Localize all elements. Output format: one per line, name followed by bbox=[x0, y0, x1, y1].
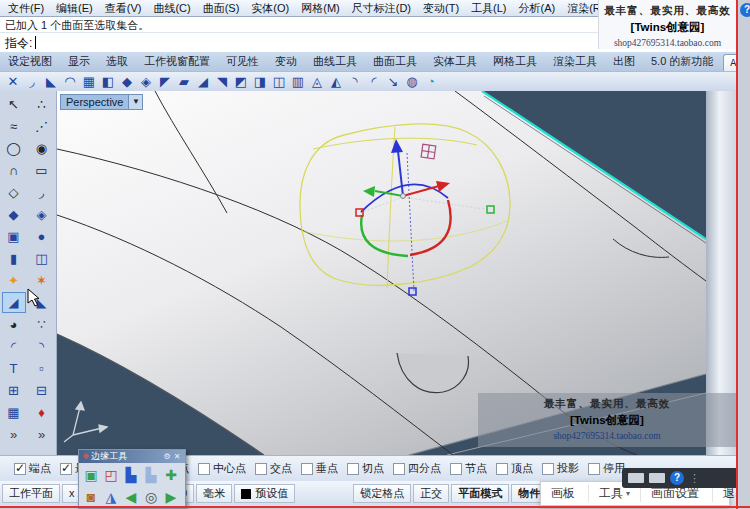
cylinder-tool-icon[interactable]: ▮ bbox=[2, 248, 26, 269]
expand-more-icon[interactable]: » bbox=[2, 424, 26, 445]
shape-tool-icon[interactable]: ◫ bbox=[271, 73, 287, 90]
osnap-checkbox[interactable] bbox=[14, 463, 26, 475]
shape-tool-icon[interactable]: ◞ bbox=[24, 73, 40, 90]
viewport-title-bar[interactable]: Perspective ▼ bbox=[60, 94, 143, 110]
gumball-origin[interactable] bbox=[401, 194, 406, 199]
surface-corner-tool-icon[interactable]: ◈ bbox=[30, 204, 54, 225]
tab-surface-tools[interactable]: 曲面工具 bbox=[367, 52, 427, 71]
rebuild-edges-icon[interactable]: ◮ bbox=[101, 486, 121, 508]
recorder-help-icon[interactable]: ? bbox=[670, 471, 684, 485]
box-tool-icon[interactable]: ▣ bbox=[2, 226, 26, 247]
show-naked-edges-icon[interactable]: ◰ bbox=[101, 464, 121, 486]
menu-dimension[interactable]: 尺寸标注(D) bbox=[346, 1, 417, 16]
recorder-help-icon-top[interactable]: ? bbox=[740, 3, 750, 17]
shape-tool-icon[interactable]: ◜ bbox=[366, 73, 382, 90]
boolean-union-icon[interactable]: ✦ bbox=[2, 270, 26, 291]
curve-tool-icon[interactable]: ≈ bbox=[2, 116, 26, 137]
shape-tool-icon[interactable]: ✕ bbox=[5, 73, 21, 90]
osnap-intersection[interactable]: 交点 bbox=[255, 461, 292, 476]
shape-tool-icon[interactable]: ▰ bbox=[176, 73, 192, 90]
rectangle-tool-icon[interactable]: ▭ bbox=[30, 160, 54, 181]
merge-edge-icon[interactable]: ▙ bbox=[141, 464, 161, 486]
grid-snap-toggle[interactable]: 锁定格点 bbox=[353, 484, 411, 503]
adjust-curve-icon[interactable]: ◝ bbox=[30, 336, 54, 357]
osnap-checkbox[interactable] bbox=[496, 463, 508, 475]
shape-tool-icon[interactable]: ◣ bbox=[43, 73, 59, 90]
next-edge-icon[interactable]: ▶ bbox=[161, 486, 181, 508]
osnap-checkbox[interactable] bbox=[60, 463, 72, 475]
tab-set-view[interactable]: 设定视图 bbox=[2, 52, 62, 71]
select-tool-icon[interactable]: ↖ bbox=[2, 94, 26, 115]
group-tool-icon[interactable]: ⊞ bbox=[2, 380, 26, 401]
menu-view[interactable]: 查看(V) bbox=[99, 1, 148, 16]
menu-surface[interactable]: 曲面(S) bbox=[197, 1, 246, 16]
shape-tool-icon[interactable]: ◝ bbox=[347, 73, 363, 90]
tab-v5-new[interactable]: 5.0 的新功能 bbox=[645, 52, 723, 71]
layout-grid-icon[interactable]: ▦ bbox=[2, 402, 26, 423]
polygon-tool-icon[interactable]: ◇ bbox=[2, 182, 26, 203]
viewport-dropdown-icon[interactable]: ▼ bbox=[129, 94, 143, 110]
shape-tool-icon[interactable]: ◆ bbox=[119, 73, 135, 90]
menu-transform[interactable]: 变动(T) bbox=[417, 1, 465, 16]
osnap-disable[interactable]: 停用 bbox=[588, 461, 625, 476]
edge-analysis-icon[interactable]: ◎ bbox=[141, 486, 161, 508]
osnap-checkbox[interactable] bbox=[347, 463, 359, 475]
solid-edit-tool-icon[interactable]: ◫ bbox=[30, 248, 54, 269]
shape-tool-icon[interactable]: ◤ bbox=[157, 73, 173, 90]
untrim-icon[interactable]: ◙ bbox=[81, 486, 101, 508]
planar-toggle[interactable]: 平面模式 bbox=[451, 484, 509, 503]
point-tool-icon[interactable]: ∴ bbox=[30, 94, 54, 115]
osnap-knot[interactable]: 节点 bbox=[450, 461, 487, 476]
shape-tool-icon[interactable]: ◠ bbox=[62, 73, 78, 90]
osnap-checkbox[interactable] bbox=[301, 463, 313, 475]
shape-tool-icon[interactable]: ◍ bbox=[404, 73, 420, 90]
tab-viewport-layout[interactable]: 工作视窗配置 bbox=[138, 52, 220, 71]
shape-tool-icon[interactable]: ◩ bbox=[233, 73, 249, 90]
osnap-end[interactable]: 端点 bbox=[14, 461, 51, 476]
point-cloud-icon[interactable]: ∵ bbox=[30, 314, 54, 335]
shape-tool-icon[interactable]: ▦ bbox=[81, 73, 97, 90]
menu-analyze[interactable]: 分析(A) bbox=[513, 1, 562, 16]
shape-tool-icon[interactable]: ◢ bbox=[195, 73, 211, 90]
sphere-tool-icon[interactable]: ● bbox=[30, 226, 54, 247]
arc-tool-icon[interactable]: ∩ bbox=[2, 160, 26, 181]
shape-tool-icon[interactable]: ◭ bbox=[328, 73, 344, 90]
tab-solid-tools[interactable]: 实体工具 bbox=[427, 52, 487, 71]
shape-tool-icon[interactable]: ◬ bbox=[309, 73, 325, 90]
menu-edit[interactable]: 编辑(E) bbox=[50, 1, 99, 16]
curvature-analysis-icon[interactable]: ◕ bbox=[2, 314, 26, 335]
show-edges-icon[interactable]: ▣ bbox=[81, 464, 101, 486]
osnap-checkbox[interactable] bbox=[588, 463, 600, 475]
circle-tool-icon[interactable]: ◯ bbox=[2, 138, 26, 159]
layer-indicator[interactable]: 预设值 bbox=[234, 484, 295, 503]
recorder-toolbar[interactable]: ? ⋮ bbox=[622, 468, 748, 488]
palette-gear-icon[interactable]: ⚙ bbox=[162, 452, 172, 461]
shape-tool-icon[interactable]: ↘ bbox=[385, 73, 401, 90]
menu-tools[interactable]: 工具(L) bbox=[465, 1, 512, 16]
edge-tools-titlebar[interactable]: ❖ 边缘工具 ⚙ ✕ bbox=[79, 450, 185, 463]
shape-tool-icon[interactable]: ◥ bbox=[214, 73, 230, 90]
tab-display[interactable]: 显示 bbox=[62, 52, 100, 71]
recorder-menu-icon[interactable]: ⋮ bbox=[689, 473, 700, 483]
osnap-vertex[interactable]: 顶点 bbox=[496, 461, 533, 476]
recorder-button[interactable] bbox=[628, 473, 644, 483]
osnap-checkbox[interactable] bbox=[542, 463, 554, 475]
menu-solid[interactable]: 实体(O) bbox=[245, 1, 295, 16]
viewport-title[interactable]: Perspective bbox=[60, 94, 129, 110]
palette-close-icon[interactable]: ✕ bbox=[172, 452, 182, 461]
osnap-tangent[interactable]: 切点 bbox=[347, 461, 384, 476]
menu-curve[interactable]: 曲线(C) bbox=[147, 1, 196, 16]
tab-visibility[interactable]: 可见性 bbox=[220, 52, 269, 71]
fillet-edge-tool-icon[interactable]: ◢ bbox=[2, 292, 26, 313]
render-tool-icon[interactable]: ♦ bbox=[30, 402, 54, 423]
tab-select[interactable]: 选取 bbox=[100, 52, 138, 71]
tab-render-tools[interactable]: 渲染工具 bbox=[547, 52, 607, 71]
tab-drafting[interactable]: 出图 bbox=[607, 52, 645, 71]
edge-tools-palette[interactable]: ❖ 边缘工具 ⚙ ✕ ▣◰▙▙✚◙◮◀◎▶ bbox=[78, 449, 186, 509]
cplane-button[interactable]: 工作平面 bbox=[2, 484, 60, 503]
join-edges-icon[interactable]: ✚ bbox=[161, 464, 181, 486]
ellipse-tool-icon[interactable]: ◉ bbox=[30, 138, 54, 159]
shape-tool-icon[interactable]: ◈ bbox=[138, 73, 154, 90]
menu-mesh[interactable]: 网格(M) bbox=[295, 1, 346, 16]
osnap-center[interactable]: 中心点 bbox=[198, 461, 246, 476]
